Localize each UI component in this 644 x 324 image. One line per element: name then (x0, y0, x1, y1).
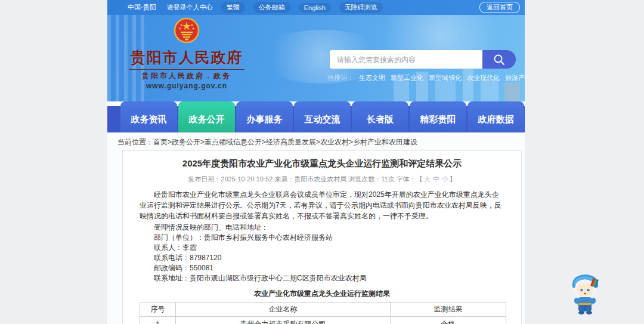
font-size-large-button[interactable]: 大 (424, 175, 431, 183)
site-name: 贵阳市人民政府 (124, 48, 249, 67)
hot-search-label: 热搜词： (327, 74, 354, 81)
breadcrumb: 当前位置：首页>政务公开>重点领域信息公开>经济高质量发展>农业农村>乡村产业和… (117, 137, 417, 147)
nav-tab-highlights[interactable]: 精彩贵阳 (410, 101, 466, 132)
cell-company: 贵州合力超市采购有限公司 (176, 317, 391, 324)
hot-word-ecology[interactable]: 生态文明 (359, 74, 385, 81)
page-content: 当前位置：首页>政务公开>重点领域信息公开>经济高质量发展>农业农村>乡村产业和… (107, 132, 525, 324)
nav-tab-news[interactable]: 政务资讯 (120, 101, 177, 132)
paragraph-contact-person: 联系人：李霞 (140, 243, 504, 253)
link-login-personal-center[interactable]: 请登录个人中心 (167, 3, 213, 12)
header-seq: 序号 (140, 303, 176, 317)
site-logo[interactable]: 贵阳市人民政府 贵阳市人民政府．政务 www.guiyang.gov.cn (124, 16, 249, 90)
article-card: 2025年度贵阳市农业产业化市级重点龙头企业运行监测和评定结果公示 发布日期：2… (122, 150, 522, 324)
meta-source: 贵阳市农业农村局 (294, 175, 346, 183)
mascot-widget[interactable] (566, 269, 605, 316)
hot-word-urbanization[interactable]: 新型城镇化 (429, 74, 462, 81)
search-button[interactable] (482, 50, 516, 69)
header-company: 企业名称 (176, 303, 391, 317)
paragraph-phone: 联系电话：87987120 (140, 253, 504, 263)
meta-source-label: 来源： (274, 175, 294, 183)
site-banner: 贵阳市人民政府 贵阳市人民政府．政务 www.guiyang.gov.cn 热搜… (107, 15, 525, 101)
table-row: 1 贵州合力超市采购有限公司 合格 (140, 317, 506, 324)
hot-word-industrialization[interactable]: 新型工业化 (391, 74, 423, 81)
meta-font-close: 】 (450, 175, 456, 183)
link-traditional-chinese[interactable]: 繁體 (221, 2, 245, 13)
link-china-guiyang[interactable]: 中国·贵阳 (128, 3, 156, 12)
cell-result: 合格 (391, 317, 506, 324)
paragraph-contact-intro: 受理情况反映的部门、电话和地址： (140, 223, 504, 233)
cityscape-decoration (388, 67, 525, 101)
site-viewport: 中国·贵阳 请登录个人中心 繁體 公务邮箱 English 无障碍浏览 返回首页 (107, 0, 525, 324)
hot-word-agriculture[interactable]: 农业现代化 (467, 74, 500, 81)
meta-views-label: 浏览次数： (348, 175, 381, 183)
article-title: 2025年度贵阳市农业产业化市级重点龙头企业运行监测和评定结果公示 (140, 158, 504, 169)
search-input[interactable] (330, 50, 482, 69)
meta-font-label: 字体：【 (397, 175, 423, 183)
nav-tab-gov-data[interactable]: 政府数据 (467, 101, 524, 132)
logo-divider (129, 69, 244, 70)
table-caption: 农业产业化市级重点龙头企业运行监测结果 (140, 289, 504, 299)
meta-date: 2025-10-20 10:52 (221, 175, 273, 183)
national-emblem-icon (174, 16, 200, 47)
nav-tab-senior[interactable]: 长者版 (352, 101, 408, 132)
site-subtitle: 贵阳市人民政府．政务 (124, 71, 249, 81)
nav-tab-gov-affairs[interactable]: 政务公开 (178, 101, 235, 132)
paragraph-announcement: 经贵阳市农业产业化市级重点龙头企业联席会议成员单位审定，现对2025年开展的农业… (140, 189, 504, 221)
top-utility-bar: 中国·贵阳 请登录个人中心 繁體 公务邮箱 English 无障碍浏览 返回首页 (107, 0, 525, 15)
breadcrumb-path[interactable]: 首页>政务公开>重点领域信息公开>经济高质量发展>农业农村>乡村产业和农田建设 (153, 138, 417, 146)
link-accessibility[interactable]: 无障碍浏览 (339, 2, 383, 13)
paragraph-department: 部门（单位）：贵阳市乡村振兴服务中心农村经济服务站 (140, 233, 504, 243)
mascot-icon (566, 269, 605, 316)
link-official-mail[interactable]: 公务邮箱 (253, 2, 290, 13)
article-body: 经贵阳市农业产业化市级重点龙头企业联席会议成员单位审定，现对2025年开展的农业… (140, 189, 504, 283)
nav-tab-services[interactable]: 办事服务 (236, 101, 293, 132)
back-to-home-button[interactable]: 返回首页 (479, 2, 520, 13)
cell-seq: 1 (140, 317, 176, 324)
breadcrumb-label: 当前位置： (117, 138, 153, 146)
meta-date-label: 发布日期： (188, 175, 221, 183)
header-result: 监测结果 (391, 303, 506, 317)
hot-search-row: 热搜词：生态文明新型工业化新型城镇化农业现代化旅游产业化贵阳简介 (327, 73, 516, 82)
link-english[interactable]: English (299, 3, 331, 13)
search-icon (493, 53, 506, 66)
paragraph-postcode: 邮政编码：550081 (140, 263, 504, 273)
hot-word-tourism[interactable]: 旅游产业化 (505, 74, 525, 81)
font-size-medium-button[interactable]: 中 (433, 175, 439, 183)
meta-views: 11次 (381, 175, 394, 183)
font-size-small-button[interactable]: 小 (442, 175, 448, 183)
article-meta: 发布日期：2025-10-20 10:52 来源：贵阳市农业农村局 浏览次数：1… (140, 175, 504, 184)
table-header-row: 序号 企业名称 监测结果 (140, 303, 506, 317)
site-url: www.guiyang.gov.cn (124, 82, 249, 90)
monitoring-result-table: 序号 企业名称 监测结果 1 贵州合力超市采购有限公司 合格 2 贵州友禾种业有… (140, 302, 506, 324)
search-bar (330, 50, 516, 69)
paragraph-address: 联系地址：贵阳市观山湖区市级行政中心二期C区贵阳市农业农村局 (140, 273, 504, 283)
nav-tab-interaction[interactable]: 互动交流 (294, 101, 351, 132)
